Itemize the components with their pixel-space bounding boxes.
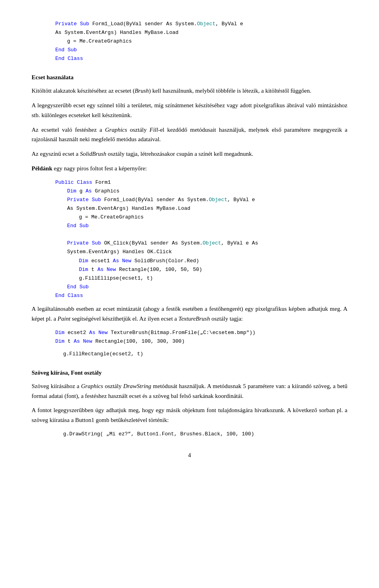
code-keyword: As (74, 338, 80, 344)
code-text: End Sub (67, 283, 347, 291)
section1-para4: Az egyszínű ecset a SolidBrush osztály t… (32, 149, 347, 159)
code-text: Form1 (95, 179, 111, 185)
code-keyword: Private Sub (67, 240, 101, 246)
code-keyword: Object (209, 197, 227, 203)
code-text: Dim t As New Rectangle(100, 100, 50, 50) (79, 265, 347, 274)
code-keyword: Dim (79, 258, 88, 264)
code-keyword: End Class (55, 56, 83, 62)
section1-para5: Példánk egy nagy piros foltot fest a kép… (32, 164, 347, 174)
code-keyword: New (83, 338, 92, 344)
section1-heading: Ecset használata (32, 73, 347, 82)
code-text: Dim ecset1 As New SolidBrush(Color.Red) (79, 257, 347, 265)
code-text: , ByVal e (216, 21, 243, 27)
code-keyword: Dim (67, 188, 76, 194)
section2-heading: Szöveg kiírása, Font osztály (32, 368, 347, 377)
code-keyword: End Sub (67, 223, 89, 229)
code-keyword: New (98, 330, 107, 336)
section1-para1: Kitöltött alakzatok készítéséhez az ecse… (32, 86, 347, 96)
code-keyword: Class (77, 179, 92, 185)
section2-para1: Szöveg kiírásához a Graphics osztály Dra… (32, 381, 347, 401)
drawstring-code-block: g.DrawString( „Mi ez?”, Button1.Font, Br… (63, 430, 347, 439)
example-code-block: Public Class Form1 Dim g As Graphics Pri… (55, 178, 347, 300)
code-text: System.EventArgs) Handles OK.Click (67, 248, 347, 256)
code-keyword: End Sub (55, 47, 77, 53)
top-code-block: Private Sub Form1_Load(ByVal sender As S… (55, 20, 347, 63)
code-keyword: Dim (79, 267, 88, 273)
code-keyword: New (107, 267, 116, 273)
code-keyword: Public (55, 179, 74, 185)
code-keyword: Object (197, 21, 216, 27)
code-keyword: As (86, 188, 92, 194)
code-text: As System.EventArgs) Handles MyBase.Load (67, 204, 347, 213)
section1-para3: Az ecsettel való festéshez a Graphics os… (32, 125, 347, 145)
code-keyword: As (89, 330, 96, 336)
code-text: g.FillEllipse(ecset1, t) (79, 274, 347, 283)
code-keyword: Private Sub (55, 21, 89, 27)
section1-para2: A legegyszerűbb ecset egy színnel tölti … (32, 101, 347, 120)
code-keyword: Dim (55, 338, 64, 344)
code-text: End Sub (67, 222, 347, 230)
code-text: Private Sub OK_Click(ByVal sender As Sys… (67, 239, 347, 248)
code-keyword: As (113, 258, 119, 264)
code-text: Dim g As Graphics (67, 187, 347, 196)
code-keyword: As (98, 267, 104, 273)
page-number: 4 (32, 450, 347, 460)
code-text: g = Me.CreateGraphics (67, 37, 347, 46)
section2-para2: A fontot legegyszerűbben úgy adhatjuk me… (32, 405, 347, 425)
code-keyword: End Sub (67, 284, 89, 290)
code-text: Private Sub Form1_Load(ByVal sender As S… (67, 196, 347, 204)
texture-code-block2: g.FillRectangle(ecset2, t) (63, 350, 347, 358)
code-keyword: End Class (55, 293, 83, 299)
texture-code-block1: Dim ecset2 As New TextureBrush(Bitmap.Fr… (55, 329, 347, 346)
code-keyword: Object (203, 240, 221, 246)
code-keyword: Private Sub (67, 197, 101, 203)
code-keyword: Dim (55, 330, 64, 336)
code-keyword: New (122, 258, 131, 264)
code-text: As System.EventArgs) Handles MyBase.Load (55, 30, 178, 35)
code-text: Form1_Load(ByVal sender As System. (92, 21, 197, 27)
section1-after-para1: A legáltalánosabb esetben az ecset mintá… (32, 304, 347, 324)
code-text: g = Me.CreateGraphics (79, 213, 347, 222)
